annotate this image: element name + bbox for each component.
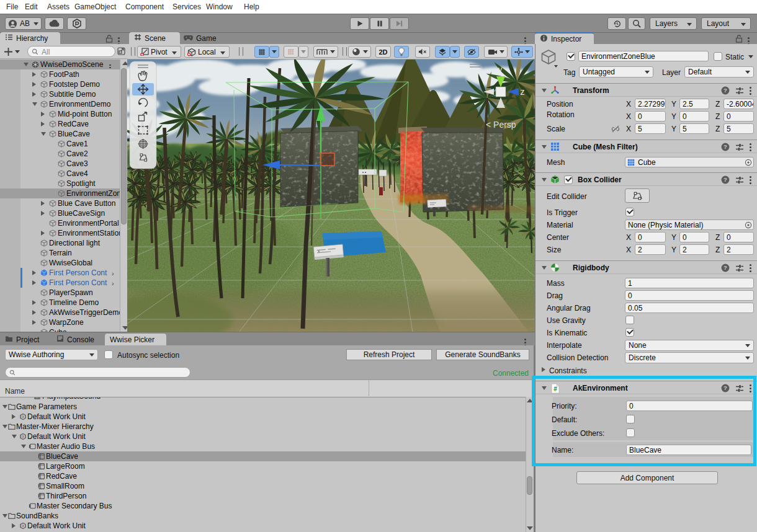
svg-text:?: ? (723, 264, 727, 271)
svg-text:?: ? (723, 87, 727, 94)
svg-text:?: ? (723, 176, 727, 183)
svg-text:?: ? (723, 143, 727, 150)
